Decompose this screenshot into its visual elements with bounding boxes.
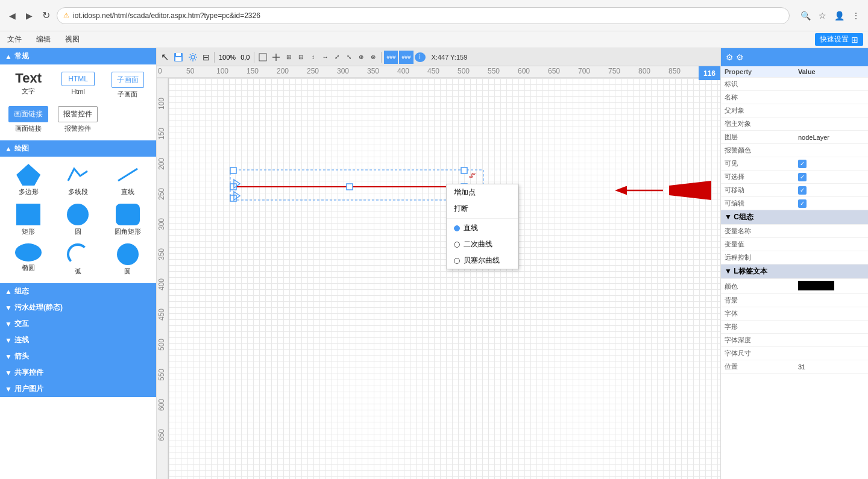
tb-btn-10[interactable]: ⊗ xyxy=(368,51,379,64)
sidebar-section-groups[interactable]: ▲ 组态 xyxy=(0,283,156,299)
tb-btn-4[interactable]: ⊟ xyxy=(295,51,306,64)
text-widget[interactable]: Text 文字 xyxy=(5,69,52,98)
ctx-break-label: 打断 xyxy=(454,204,468,214)
search-icon[interactable]: 🔍 xyxy=(799,10,811,22)
tb-btn-12[interactable]: ### xyxy=(399,51,413,64)
save-button[interactable] xyxy=(172,51,185,64)
tb-btn-8[interactable]: ⤡ xyxy=(344,51,354,64)
visible-checkbox[interactable]: ✓ xyxy=(798,160,807,168)
color-picker[interactable] xyxy=(798,281,834,290)
ctx-quadratic[interactable]: 二次曲线 xyxy=(447,236,518,252)
svg-text:450: 450 xyxy=(427,67,439,75)
shared-collapse-icon: ▼ xyxy=(5,369,12,377)
info-button[interactable]: i xyxy=(415,52,426,62)
sidebar-section-user-img[interactable]: ▼ 用户图片 xyxy=(0,381,156,397)
property-scroll[interactable]: Property Value 标识 名称 父对象 xyxy=(721,66,868,479)
prop-font: 字体 xyxy=(721,307,868,321)
menu-edit[interactable]: 编辑 xyxy=(34,33,53,46)
ctx-add-point-label: 增加点 xyxy=(454,187,476,198)
sidebar-section-arrow[interactable]: ▼ 箭头 xyxy=(0,348,156,365)
svg-text:800: 800 xyxy=(638,67,650,75)
bookmark-icon[interactable]: ☆ xyxy=(816,10,828,22)
tb-btn-7[interactable]: ⤢ xyxy=(332,51,342,64)
selectable-checkbox[interactable]: ✓ xyxy=(798,173,807,181)
forward-button[interactable]: ▶ xyxy=(23,10,35,22)
browser-actions: 🔍 ☆ 👤 ⋮ xyxy=(799,10,862,22)
ctx-break[interactable]: 打断 xyxy=(447,201,518,217)
quick-set-label: 快速设置 xyxy=(820,34,849,45)
svg-text:700: 700 xyxy=(578,67,590,75)
svg-rect-43 xyxy=(347,184,353,190)
rect-shape xyxy=(16,204,40,225)
address-bar[interactable]: ⚠ iot.idosp.net/html/scada/editor.aspx.h… xyxy=(57,7,790,24)
tb-btn-6[interactable]: ↔ xyxy=(319,51,330,64)
back-button[interactable]: ◀ xyxy=(6,10,18,22)
ctx-straight-radio xyxy=(454,225,460,231)
editable-checkbox[interactable]: ✓ xyxy=(798,199,807,208)
alarm-widget[interactable]: 报警控件 报警控件 xyxy=(54,104,101,136)
tb-btn-9[interactable]: ⊕ xyxy=(356,51,366,64)
prop-alarm-color: 报警颜色 xyxy=(721,144,868,157)
fill-circle-widget[interactable]: 圆 xyxy=(104,241,151,278)
tb-btn-5[interactable]: ↕ xyxy=(307,51,318,64)
arc-widget[interactable]: 弧 xyxy=(54,241,101,278)
sidebar-section-interact[interactable]: ▼ 交互 xyxy=(0,316,156,332)
screen-link-widget[interactable]: 画面链接 画面链接 xyxy=(5,104,52,136)
svg-text:450: 450 xyxy=(157,308,166,321)
sidebar-section-sewage[interactable]: ▼ 污水处理(静态) xyxy=(0,299,156,316)
sidebar-section-shared[interactable]: ▼ 共享控件 xyxy=(0,365,156,381)
sidebar-section-drawing[interactable]: ▲ 绘图 xyxy=(0,140,156,157)
fill-circle-shape xyxy=(117,243,139,265)
arc-label: 弧 xyxy=(75,267,81,276)
reload-button[interactable]: ↻ xyxy=(40,10,52,22)
ctx-add-point[interactable]: 增加点 xyxy=(447,184,518,201)
editor-toolbar: ↖ ⊟ 100% 0,0 ⊞ ⊟ ↕ ↔ ⤢ ⤡ ⊕ xyxy=(157,48,720,66)
svg-text:150: 150 xyxy=(247,67,259,75)
html-widget[interactable]: HTML Html xyxy=(54,69,101,98)
menu-file[interactable]: 文件 xyxy=(5,33,24,46)
tb-btn-11[interactable]: ### xyxy=(384,51,398,64)
screen-link-preview: 画面链接 xyxy=(8,106,48,122)
tb-btn-3[interactable]: ⊞ xyxy=(283,51,294,64)
polygon-widget[interactable]: 多边形 xyxy=(5,161,52,199)
c-section-header[interactable]: ▼ C组态 xyxy=(721,210,868,225)
svg-text:650: 650 xyxy=(548,67,560,75)
account-icon[interactable]: 👤 xyxy=(833,10,845,22)
rect-widget[interactable]: 矩形 xyxy=(5,201,52,239)
settings-button[interactable] xyxy=(186,51,200,64)
l-section-header[interactable]: ▼ L标签文本 xyxy=(721,265,868,279)
sidebar-section-common[interactable]: ▲ 常规 xyxy=(0,48,156,64)
coord-display: X:447 Y:159 xyxy=(432,54,468,61)
polyline-widget[interactable]: 多线段 xyxy=(54,161,101,199)
text-widget-preview: Text xyxy=(15,72,42,85)
ctx-bezier[interactable]: 贝塞尔曲线 xyxy=(447,252,518,269)
interact-section-label: 交互 xyxy=(14,319,29,329)
sidebar-section-connections[interactable]: ▼ 连线 xyxy=(0,332,156,348)
more-menu-icon[interactable]: ⋮ xyxy=(850,10,862,22)
svg-point-4 xyxy=(191,55,195,59)
svg-text:50: 50 xyxy=(186,67,195,75)
menu-view[interactable]: 视图 xyxy=(63,33,82,46)
l-section-toggle-icon: ▼ xyxy=(725,267,734,275)
quick-set-icon: ⊞ xyxy=(851,35,858,45)
groups-collapse-icon: ▲ xyxy=(5,287,12,296)
minus-button[interactable]: ⊟ xyxy=(201,51,212,64)
user-img-collapse-icon: ▼ xyxy=(5,385,12,393)
canvas-area[interactable]: 🖇 xyxy=(169,78,720,479)
sub-btn-preview: 子画面 xyxy=(112,72,144,88)
line-widget[interactable]: 直线 xyxy=(104,161,151,199)
sub-screen-widget[interactable]: 子画面 子画面 xyxy=(104,69,151,101)
prop-layer: 图层 nodeLayer xyxy=(721,131,868,144)
ellipse-widget[interactable]: 椭圆 xyxy=(5,241,52,278)
rounded-rect-widget[interactable]: 圆角矩形 xyxy=(104,201,151,239)
zoom-display: 100% xyxy=(217,54,237,61)
shared-section-label: 共享控件 xyxy=(14,368,43,378)
ctx-straight[interactable]: 直线 xyxy=(447,220,518,236)
tb-btn-2[interactable] xyxy=(270,51,282,64)
select-tool-button[interactable]: ↖ xyxy=(159,51,171,64)
tb-btn-1[interactable] xyxy=(257,51,269,64)
right-panel: ⚙ ⚙ Property Value 标识 名称 xyxy=(720,48,868,479)
movable-checkbox[interactable]: ✓ xyxy=(798,186,807,195)
quick-set-button[interactable]: 快速设置 ⊞ xyxy=(815,33,863,46)
circle-widget[interactable]: 圆 xyxy=(54,201,101,239)
